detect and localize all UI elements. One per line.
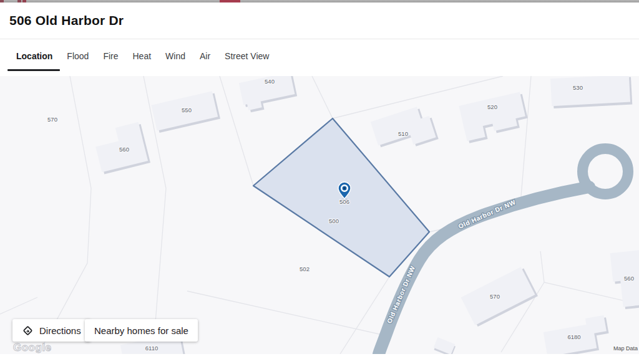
directions-button[interactable]: Directions <box>12 319 90 342</box>
lot-label-530: 530 <box>573 84 583 91</box>
lot-label-560-right: 560 <box>624 275 634 282</box>
lot-label-6180: 6180 <box>567 333 580 340</box>
directions-button-label: Directions <box>39 325 81 336</box>
tab-location[interactable]: Location <box>16 40 52 72</box>
lot-label-550: 550 <box>182 107 192 113</box>
lot-label-570-left: 570 <box>47 116 57 123</box>
building-partial <box>433 337 457 354</box>
lot-label-510: 510 <box>398 130 408 137</box>
lot-label-500: 500 <box>329 218 339 224</box>
tab-air[interactable]: Air <box>200 40 210 72</box>
tab-flood[interactable]: Flood <box>67 40 89 72</box>
directions-icon <box>22 325 34 337</box>
page-title: 506 Old Harbor Dr <box>0 2 639 28</box>
google-logo[interactable]: Google <box>13 342 52 353</box>
nearby-homes-button-label: Nearby homes for sale <box>94 325 188 336</box>
lot-label-560-left: 560 <box>119 146 129 153</box>
lot-label-6110: 6110 <box>145 345 158 352</box>
building-530 <box>550 76 632 108</box>
lot-label-502: 502 <box>300 266 310 272</box>
lot-label-520: 520 <box>487 103 497 110</box>
nearby-homes-button[interactable]: Nearby homes for sale <box>85 319 198 342</box>
map-canvas[interactable]: 570 560 550 540 510 520 530 502 500 570 … <box>0 76 639 354</box>
lot-label-540: 540 <box>265 78 275 85</box>
tab-fire[interactable]: Fire <box>103 40 118 72</box>
building-520 <box>459 92 530 144</box>
pin-dot <box>343 187 346 189</box>
header: 506 Old Harbor Dr <box>0 2 639 39</box>
map-pin-506[interactable]: 506 <box>338 182 351 205</box>
map-data-attribution: Map Data <box>613 345 638 352</box>
property-location-page: 506 Old Harbor Dr Location Flood Fire He… <box>0 0 639 364</box>
tab-bar: Location Flood Fire Heat Wind Air Street… <box>0 40 639 72</box>
pin-label: 506 <box>339 198 349 205</box>
tab-heat[interactable]: Heat <box>133 40 152 72</box>
selected-parcel-506[interactable] <box>253 118 429 277</box>
map-container: 570 560 550 540 510 520 530 502 500 570 … <box>0 76 639 354</box>
tab-wind[interactable]: Wind <box>165 40 185 72</box>
road-label-upper: Old Harbor Dr NW <box>457 198 517 230</box>
tab-street-view[interactable]: Street View <box>225 40 269 72</box>
lot-label-570-right: 570 <box>490 293 500 300</box>
